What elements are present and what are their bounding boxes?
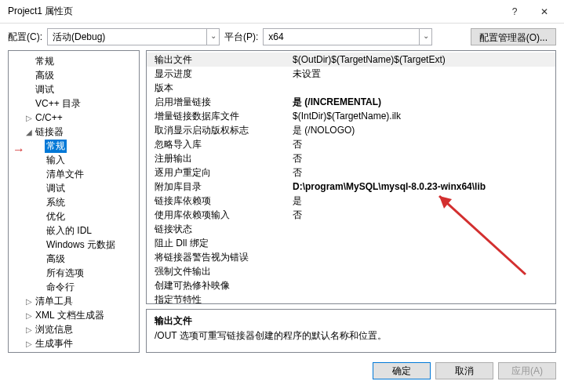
tree-item-label: 生成事件: [34, 337, 75, 350]
property-row[interactable]: 链接库依赖项是: [147, 194, 555, 208]
tree-item-10[interactable]: 系统: [9, 195, 139, 209]
tree-item-1[interactable]: 高级: [9, 68, 139, 82]
tree-item-label: 自定义生成步骤: [34, 351, 103, 354]
tree-item-label: 高级: [45, 252, 67, 266]
property-row[interactable]: 阻止 Dll 绑定: [147, 236, 555, 250]
tree-item-label: 所有选项: [45, 267, 86, 280]
close-icon[interactable]: ✕: [529, 0, 559, 24]
toolbar: 配置(C): 活动(Debug) ⌄ 平台(P): x64 ⌄ 配置管理器(O)…: [0, 24, 564, 50]
property-value: [288, 264, 555, 278]
help-icon[interactable]: ?: [500, 0, 529, 24]
property-row[interactable]: 指定节特性: [147, 292, 555, 304]
config-combo[interactable]: 活动(Debug) ⌄: [47, 28, 220, 45]
expand-icon: ▷: [24, 339, 34, 348]
tree-pane: 常规高级调试VC++ 目录▷C/C++◢链接器常规输入清单文件调试系统优化嵌入的…: [8, 50, 140, 353]
platform-value: x64: [264, 29, 419, 45]
tree-item-5[interactable]: ◢链接器: [9, 125, 139, 139]
property-row[interactable]: 强制文件输出: [147, 264, 555, 278]
tree-item-label: 调试: [34, 83, 56, 96]
property-row[interactable]: 链接状态: [147, 222, 555, 236]
tree-item-3[interactable]: VC++ 目录: [9, 96, 139, 111]
property-value: D:\program\MySQL\mysql-8.0.23-winx64\lib: [288, 180, 555, 194]
tree-item-6[interactable]: 常规: [9, 139, 139, 153]
tree-item-label: 命令行: [45, 281, 76, 294]
tree-item-label: 输入: [45, 154, 67, 167]
description-title: 输出文件: [155, 314, 548, 328]
property-key: 取消显示启动版权标志: [147, 123, 288, 137]
chevron-down-icon: ⌄: [419, 29, 431, 45]
config-manager-button[interactable]: 配置管理器(O)...: [471, 28, 556, 45]
tree-item-16[interactable]: 命令行: [9, 280, 139, 294]
property-key: 版本: [147, 81, 288, 95]
property-row[interactable]: 创建可热修补映像: [147, 278, 555, 292]
tree-item-label: Windows 元数据: [45, 238, 117, 252]
tree-item-label: 浏览信息: [34, 323, 75, 336]
tree-item-8[interactable]: 清单文件: [9, 167, 139, 181]
property-key: 附加库目录: [147, 180, 288, 194]
property-key: 使用库依赖项输入: [147, 208, 288, 222]
tree-item-4[interactable]: ▷C/C++: [9, 111, 139, 125]
property-value: 未设置: [288, 67, 555, 81]
property-key: 启用增量链接: [147, 95, 288, 109]
apply-button[interactable]: 应用(A): [498, 362, 556, 379]
ok-button[interactable]: 确定: [373, 362, 431, 379]
property-row[interactable]: 增量链接数据库文件$(IntDir)$(TargetName).ilk: [147, 109, 555, 123]
cancel-button[interactable]: 取消: [435, 362, 493, 379]
property-row[interactable]: 显示进度未设置: [147, 67, 555, 81]
property-value: [288, 292, 555, 304]
property-key: 创建可热修补映像: [147, 278, 288, 292]
property-row[interactable]: 注册输出否: [147, 151, 555, 165]
tree-item-label: XML 文档生成器: [34, 309, 106, 322]
tree-item-label: 调试: [45, 182, 67, 195]
property-row[interactable]: 附加库目录D:\program\MySQL\mysql-8.0.23-winx6…: [147, 180, 555, 194]
property-key: 将链接器警告视为错误: [147, 250, 288, 264]
property-row[interactable]: 将链接器警告视为错误: [147, 250, 555, 264]
expand-icon: ▷: [24, 311, 34, 320]
chevron-down-icon: ⌄: [206, 29, 219, 45]
tree-item-13[interactable]: Windows 元数据: [9, 238, 139, 252]
tree-item-9[interactable]: 调试: [9, 181, 139, 195]
property-row[interactable]: 启用增量链接是 (/INCREMENTAL): [147, 95, 555, 109]
property-row[interactable]: 忽略导入库否: [147, 137, 555, 151]
property-value: [288, 278, 555, 292]
tree-item-label: 常规: [45, 140, 67, 153]
property-value: 否: [288, 165, 555, 180]
tree-item-18[interactable]: ▷XML 文档生成器: [9, 308, 139, 322]
tree-item-21[interactable]: ▷自定义生成步骤: [9, 350, 139, 353]
tree-item-0[interactable]: 常规: [9, 54, 139, 68]
property-row[interactable]: 取消显示启动版权标志是 (/NOLOGO): [147, 123, 555, 137]
tree-item-label: C/C++: [34, 112, 64, 123]
property-value: 否: [288, 208, 555, 222]
property-row[interactable]: 使用库依赖项输入否: [147, 208, 555, 222]
property-key: 阻止 Dll 绑定: [147, 236, 288, 250]
platform-combo[interactable]: x64 ⌄: [263, 28, 432, 45]
tree-item-label: 系统: [45, 196, 67, 209]
property-value: [288, 236, 555, 250]
tree-item-label: 清单文件: [45, 168, 86, 181]
description-pane: 输出文件 /OUT 选项可重写链接器创建的程序的默认名称和位置。: [146, 309, 556, 353]
tree-item-label: 常规: [34, 55, 56, 68]
property-value: 是 (/INCREMENTAL): [288, 95, 555, 109]
config-value: 活动(Debug): [48, 29, 206, 45]
titlebar: Project1 属性页 ? ✕: [0, 0, 564, 24]
platform-label: 平台(P):: [224, 31, 258, 44]
tree-item-7[interactable]: 输入: [9, 153, 139, 167]
property-row[interactable]: 版本: [147, 81, 555, 95]
tree-item-19[interactable]: ▷浏览信息: [9, 322, 139, 336]
tree-item-20[interactable]: ▷生成事件: [9, 336, 139, 350]
tree-item-14[interactable]: 高级: [9, 252, 139, 266]
property-value: $(OutDir)$(TargetName)$(TargetExt): [288, 53, 555, 67]
tree-item-15[interactable]: 所有选项: [9, 266, 139, 280]
window-title: Project1 属性页: [8, 5, 500, 18]
property-value: [288, 81, 555, 95]
tree-item-2[interactable]: 调试: [9, 82, 139, 96]
property-value: $(IntDir)$(TargetName).ilk: [288, 109, 555, 123]
property-row[interactable]: 逐用户重定向否: [147, 165, 555, 180]
tree-item-12[interactable]: 嵌入的 IDL: [9, 223, 139, 238]
property-value: [288, 250, 555, 264]
tree-item-11[interactable]: 优化: [9, 209, 139, 223]
property-row[interactable]: 输出文件$(OutDir)$(TargetName)$(TargetExt): [147, 53, 555, 67]
property-key: 显示进度: [147, 67, 288, 81]
tree-item-17[interactable]: ▷清单工具: [9, 294, 139, 308]
tree-item-label: 优化: [45, 210, 67, 223]
